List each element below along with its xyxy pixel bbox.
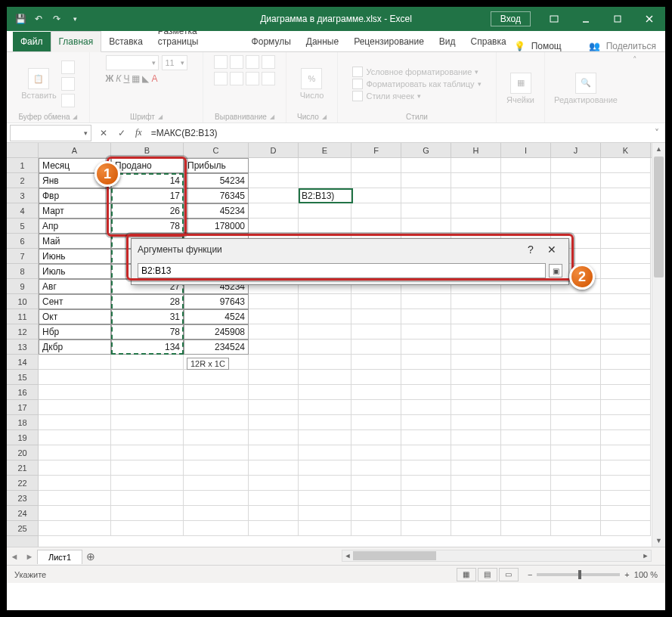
cell[interactable] (401, 188, 451, 203)
cell[interactable]: 4524 (184, 309, 249, 324)
row-header[interactable]: 23 (7, 491, 38, 506)
cell[interactable] (111, 415, 184, 430)
cell[interactable] (601, 173, 651, 188)
cell[interactable] (249, 415, 299, 430)
cell[interactable] (39, 385, 111, 400)
cell[interactable] (249, 294, 299, 309)
cell[interactable] (601, 264, 651, 279)
cell[interactable] (551, 491, 601, 506)
row-header[interactable]: 2 (7, 173, 38, 188)
cell[interactable] (111, 460, 184, 476)
cell[interactable]: 78 (111, 324, 184, 340)
cell[interactable] (501, 400, 551, 415)
cell[interactable] (351, 355, 401, 370)
share-label[interactable]: Поделиться (606, 41, 656, 51)
cell[interactable] (249, 491, 299, 506)
cell[interactable] (249, 173, 299, 188)
cell[interactable] (551, 340, 601, 355)
cell[interactable] (601, 385, 651, 400)
cell[interactable] (451, 340, 501, 355)
zoom-out-icon[interactable]: − (528, 570, 532, 579)
cell[interactable]: Май (39, 234, 111, 249)
cell[interactable] (184, 415, 249, 430)
cell[interactable] (249, 309, 299, 324)
cell[interactable] (601, 294, 651, 309)
cell[interactable] (299, 400, 351, 415)
sign-in-button[interactable]: Вход (491, 11, 531, 26)
col-header[interactable]: K (601, 143, 651, 157)
cell[interactable] (601, 203, 651, 219)
cell[interactable] (299, 219, 351, 234)
cell[interactable] (601, 415, 651, 430)
cell[interactable] (451, 460, 501, 476)
cell[interactable] (299, 415, 351, 430)
cell[interactable] (39, 400, 111, 415)
cell[interactable] (601, 491, 651, 506)
cell[interactable] (401, 324, 451, 340)
row-header[interactable]: 17 (7, 400, 38, 415)
cell[interactable] (601, 370, 651, 385)
cell[interactable] (351, 370, 401, 385)
cell[interactable] (351, 415, 401, 430)
col-header[interactable]: I (501, 143, 551, 157)
cell[interactable] (249, 203, 299, 219)
cell[interactable]: 54234 (184, 173, 249, 188)
fill-color-icon[interactable]: ◣ (142, 73, 149, 84)
row-header[interactable]: 16 (7, 385, 38, 400)
cell[interactable] (299, 476, 351, 491)
cell[interactable] (451, 294, 501, 309)
cell[interactable] (249, 355, 299, 370)
cell[interactable]: Июнь (39, 249, 111, 264)
editing-button[interactable]: 🔍Редактирование (554, 73, 618, 104)
bold-icon[interactable]: Ж (106, 73, 114, 84)
cell[interactable] (249, 158, 299, 173)
wrap-icon[interactable] (262, 55, 275, 69)
italic-icon[interactable]: К (116, 73, 121, 84)
dialog-close-icon[interactable]: ✕ (541, 243, 562, 256)
cell[interactable] (401, 491, 451, 506)
undo-icon[interactable]: ↶ (33, 13, 45, 25)
tab-file[interactable]: Файл (13, 32, 51, 51)
cell[interactable] (451, 355, 501, 370)
merge-icon[interactable] (262, 72, 275, 85)
align-launcher-icon[interactable]: ◢ (270, 113, 274, 120)
row-header[interactable]: 15 (7, 370, 38, 385)
cell[interactable] (299, 506, 351, 521)
cell[interactable] (299, 430, 351, 445)
cell[interactable] (39, 415, 111, 430)
cell[interactable] (111, 521, 184, 536)
cell[interactable] (551, 476, 601, 491)
cell[interactable] (601, 219, 651, 234)
cell[interactable]: 28 (111, 294, 184, 309)
cell[interactable]: 178000 (184, 219, 249, 234)
cell[interactable] (299, 173, 351, 188)
cell[interactable] (401, 460, 451, 476)
cell[interactable] (601, 355, 651, 370)
qat-customize-icon[interactable]: ▾ (69, 13, 81, 25)
cell[interactable] (451, 173, 501, 188)
cell[interactable] (184, 506, 249, 521)
row-header[interactable]: 9 (7, 279, 38, 294)
cell[interactable] (249, 521, 299, 536)
cell[interactable] (184, 491, 249, 506)
cell[interactable] (451, 385, 501, 400)
align-top-icon[interactable] (214, 55, 228, 69)
row-header[interactable]: 14 (7, 355, 38, 370)
cell[interactable]: Прибыль (184, 158, 249, 173)
cell[interactable] (401, 355, 451, 370)
format-painter-icon[interactable] (61, 94, 75, 107)
row-header[interactable]: 3 (7, 188, 38, 203)
cell[interactable] (111, 491, 184, 506)
view-layout-icon[interactable]: ▤ (478, 568, 497, 581)
cell[interactable] (601, 309, 651, 324)
cond-format-button[interactable]: Условное форматирование▾ (352, 67, 478, 77)
view-pagebreak-icon[interactable]: ▭ (499, 568, 519, 581)
dialog-restore-icon[interactable]: ▣ (549, 264, 562, 277)
cell[interactable] (39, 521, 111, 536)
cell[interactable] (551, 173, 601, 188)
cell[interactable] (451, 158, 501, 173)
cell[interactable] (451, 219, 501, 234)
cell[interactable]: Авг (39, 279, 111, 294)
cell[interactable] (299, 158, 351, 173)
cell[interactable] (111, 400, 184, 415)
